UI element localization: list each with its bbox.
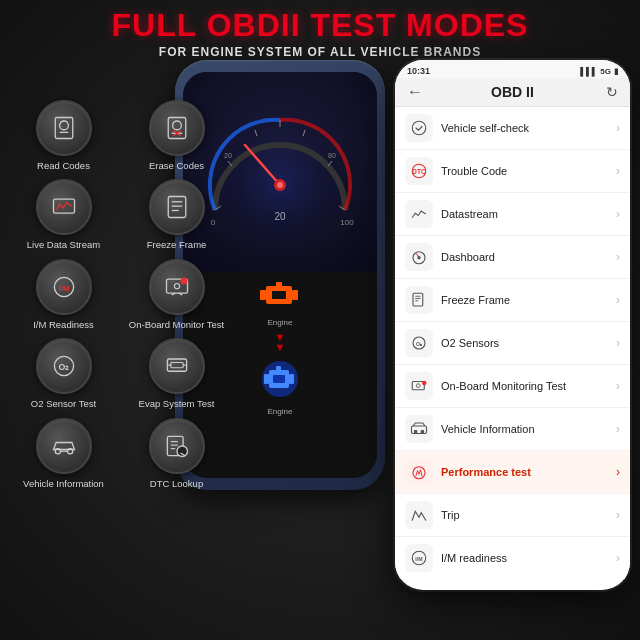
menu-item-label: I/M readiness: [441, 552, 608, 564]
engine-bottom-icon: [260, 359, 300, 403]
status-bar: 10:31 ▌▌▌ 5G ▮: [395, 60, 630, 78]
feature-grid: Read Codes Erase Codes Live Data Stream …: [10, 100, 230, 489]
svg-rect-76: [415, 431, 417, 434]
menu-item-label: O2 Sensors: [441, 337, 608, 349]
menu-item-performance-test[interactable]: Performance test ›: [395, 451, 630, 494]
erase-codes-icon[interactable]: [149, 100, 205, 156]
menu-item-label: Trip: [441, 509, 608, 521]
svg-point-65: [418, 257, 420, 259]
menu-item-im-readiness[interactable]: I/M I/M readiness ›: [395, 537, 630, 579]
list-item: DTC Lookup: [123, 418, 230, 489]
im-readiness-icon[interactable]: I/M: [36, 259, 92, 315]
svg-text:I/M: I/M: [415, 556, 423, 562]
svg-point-74: [422, 381, 427, 386]
svg-point-43: [277, 182, 283, 188]
menu-item-vehicle-information[interactable]: Vehicle Information ›: [395, 408, 630, 451]
menu-item-label: Performance test: [441, 466, 608, 478]
menu-item-label: Datastream: [441, 208, 608, 220]
svg-text:O₂: O₂: [58, 362, 69, 372]
chevron-right-icon: ›: [616, 293, 620, 307]
icon-label: Erase Codes: [149, 160, 204, 171]
icon-label: DTC Lookup: [150, 478, 203, 489]
icon-label: Live Data Stream: [27, 239, 100, 250]
datastream-icon: [405, 200, 433, 228]
chevron-right-icon: ›: [616, 508, 620, 522]
onboard-monitor-icon[interactable]: [149, 259, 205, 315]
engine-warning-icon: [258, 280, 302, 314]
svg-rect-59: [273, 375, 285, 383]
app-phone-frame: 10:31 ▌▌▌ 5G ▮ ← OBD II ↻ Vehicle self-c…: [395, 60, 630, 590]
menu-item-dashboard[interactable]: Dashboard ›: [395, 236, 630, 279]
svg-rect-21: [170, 363, 182, 368]
menu-item-o2-sensors[interactable]: O₂ O2 Sensors ›: [395, 322, 630, 365]
status-time: 10:31: [407, 66, 430, 76]
svg-rect-55: [264, 374, 269, 384]
header: FULL OBDII TEST MODES FOR ENGINE SYSTEM …: [0, 8, 640, 59]
vehicle-info-icon[interactable]: [36, 418, 92, 474]
svg-rect-77: [421, 431, 423, 434]
chevron-right-icon: ›: [616, 164, 620, 178]
menu-item-onboard-monitoring[interactable]: On-Board Monitoring Test ›: [395, 365, 630, 408]
chevron-right-icon: ›: [616, 465, 620, 479]
list-item: I/M I/M Readiness: [10, 259, 117, 330]
icon-label: I/M Readiness: [33, 319, 94, 330]
list-item: Freeze Frame: [123, 179, 230, 250]
chevron-right-icon: ›: [616, 207, 620, 221]
svg-point-73: [416, 384, 420, 388]
svg-text:80: 80: [328, 152, 336, 159]
svg-text:20: 20: [274, 211, 286, 222]
menu-item-trip[interactable]: Trip ›: [395, 494, 630, 537]
o2-sensors-icon: O₂: [405, 329, 433, 357]
menu-list: Vehicle self-check › DTC Trouble Code › …: [395, 107, 630, 579]
icon-label: Vehicle Information: [23, 478, 104, 489]
refresh-button[interactable]: ↻: [606, 84, 618, 100]
svg-point-1: [59, 121, 68, 130]
svg-text:DTC: DTC: [412, 168, 426, 175]
icon-label: On-Board Monitor Test: [129, 319, 224, 330]
list-item: O₂ O2 Sensor Test: [10, 338, 117, 409]
chevron-right-icon: ›: [616, 121, 620, 135]
menu-item-label: On-Board Monitoring Test: [441, 380, 608, 392]
onboard-monitoring-icon: [405, 372, 433, 400]
chevron-right-icon: ›: [616, 250, 620, 264]
back-button[interactable]: ←: [407, 83, 423, 101]
dashboard-icon: [405, 243, 433, 271]
svg-point-28: [177, 446, 188, 457]
svg-point-4: [172, 121, 181, 130]
menu-item-label: Trouble Code: [441, 165, 608, 177]
svg-rect-53: [272, 291, 286, 299]
chevron-right-icon: ›: [616, 551, 620, 565]
signal-icon: ▌▌▌: [580, 67, 597, 76]
menu-item-trouble-code[interactable]: DTC Trouble Code ›: [395, 150, 630, 193]
dtc-lookup-icon[interactable]: [149, 418, 205, 474]
icon-label: Read Codes: [37, 160, 90, 171]
chevron-right-icon: ›: [616, 379, 620, 393]
chevron-right-icon: ›: [616, 422, 620, 436]
live-data-stream-icon[interactable]: [36, 179, 92, 235]
list-item: Live Data Stream: [10, 179, 117, 250]
svg-text:100: 100: [340, 218, 354, 227]
icon-label: O2 Sensor Test: [31, 398, 96, 409]
read-codes-icon[interactable]: [36, 100, 92, 156]
evap-system-icon[interactable]: [149, 338, 205, 394]
menu-item-datastream[interactable]: Datastream ›: [395, 193, 630, 236]
freeze-frame-icon[interactable]: [149, 179, 205, 235]
performance-test-icon: [405, 458, 433, 486]
list-item: Read Codes: [10, 100, 117, 171]
o2-sensor-icon[interactable]: O₂: [36, 338, 92, 394]
svg-rect-57: [289, 374, 294, 384]
vehicle-info-menu-icon: [405, 415, 433, 443]
svg-rect-52: [276, 282, 282, 290]
main-title: FULL OBDII TEST MODES: [0, 8, 640, 43]
main-subtitle: FOR ENGINE SYSTEM OF ALL VEHICLE BRANDS: [0, 45, 640, 59]
menu-item-freeze-frame[interactable]: Freeze Frame ›: [395, 279, 630, 322]
svg-rect-75: [412, 426, 427, 434]
im-readiness-menu-icon: I/M: [405, 544, 433, 572]
network-label: 5G: [600, 67, 611, 76]
menu-item-label: Vehicle self-check: [441, 122, 608, 134]
menu-item-label: Vehicle Information: [441, 423, 608, 435]
menu-item-vehicle-self-check[interactable]: Vehicle self-check ›: [395, 107, 630, 150]
list-item: On-Board Monitor Test: [123, 259, 230, 330]
svg-point-60: [412, 121, 426, 135]
svg-rect-58: [276, 366, 281, 373]
